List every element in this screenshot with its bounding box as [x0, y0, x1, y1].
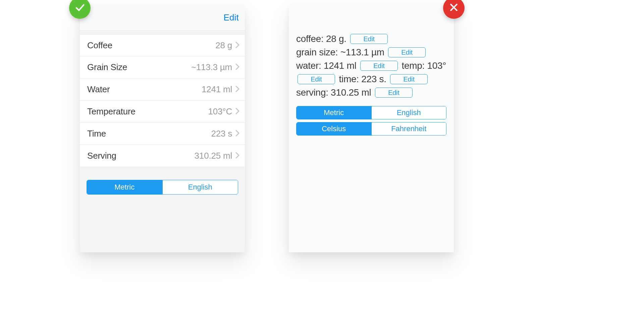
row-label: Grain Size	[87, 62, 127, 72]
segment-celsius[interactable]: Celsius	[297, 122, 371, 135]
chevron-right-icon	[235, 40, 239, 51]
bad-badge	[443, 0, 465, 19]
chevron-right-icon	[235, 84, 239, 95]
row-serving[interactable]: Serving 310.25 ml	[80, 145, 245, 167]
segment-metric[interactable]: Metric	[87, 180, 162, 194]
chevron-right-icon	[235, 151, 239, 161]
edit-button-coffee[interactable]: Edit	[350, 34, 388, 44]
temperature-segmented-control: Celsius Fahrenheit	[296, 122, 446, 136]
cross-icon	[448, 2, 460, 14]
bad-example-panel: coffee: 28 g. Edit grain size: ~113.1 µm…	[289, 5, 454, 252]
edit-button[interactable]: Edit	[223, 12, 239, 23]
edit-button-serving[interactable]: Edit	[375, 88, 413, 98]
navbar: Edit	[80, 5, 245, 31]
good-example-panel: Edit Coffee 28 g Grain Size ~113.3 µm Wa…	[80, 5, 245, 252]
segment-metric[interactable]: Metric	[297, 106, 371, 119]
text-water: water: 1241 ml	[296, 60, 356, 71]
chevron-right-icon	[235, 106, 239, 117]
edit-button-temp[interactable]: Edit	[298, 74, 335, 84]
text-coffee: coffee: 28 g.	[296, 34, 346, 44]
row-label: Time	[87, 128, 106, 139]
row-value: 103°C	[208, 106, 232, 117]
edit-button-grain-size[interactable]: Edit	[388, 47, 426, 57]
row-time[interactable]: Time 223 s	[80, 123, 245, 145]
segment-english[interactable]: English	[371, 106, 446, 119]
row-label: Temperature	[87, 106, 136, 117]
row-value: 28 g	[215, 40, 232, 51]
checkmark-icon	[74, 2, 86, 14]
row-label: Serving	[87, 151, 116, 161]
units-segmented-control: Metric English	[87, 180, 238, 195]
row-label: Coffee	[87, 40, 112, 51]
prose-block: coffee: 28 g. Edit grain size: ~113.1 µm…	[296, 32, 446, 99]
row-water[interactable]: Water 1241 ml	[80, 79, 245, 101]
edit-button-water[interactable]: Edit	[360, 61, 398, 71]
row-label: Water	[87, 84, 110, 95]
units-segmented-control: Metric English	[296, 106, 446, 119]
row-value: 310.25 ml	[195, 151, 232, 161]
settings-list: Coffee 28 g Grain Size ~113.3 µm Water 1…	[80, 34, 245, 167]
segment-english[interactable]: English	[162, 180, 238, 194]
edit-button-time[interactable]: Edit	[390, 74, 428, 84]
row-value: ~113.3 µm	[191, 62, 232, 72]
text-grain-size: grain size: ~113.1 µm	[296, 47, 384, 57]
row-temperature[interactable]: Temperature 103°C	[80, 101, 245, 123]
row-grain-size[interactable]: Grain Size ~113.3 µm	[80, 56, 245, 79]
chevron-right-icon	[235, 128, 239, 139]
chevron-right-icon	[235, 62, 239, 72]
row-coffee[interactable]: Coffee 28 g	[80, 34, 245, 56]
row-value: 223 s	[211, 128, 232, 139]
row-value: 1241 ml	[202, 84, 232, 95]
segment-fahrenheit[interactable]: Fahrenheit	[371, 122, 446, 135]
text-time: time: 223 s.	[339, 74, 386, 84]
text-temp: temp: 103°	[401, 60, 446, 71]
text-serving: serving: 310.25 ml	[296, 87, 371, 98]
